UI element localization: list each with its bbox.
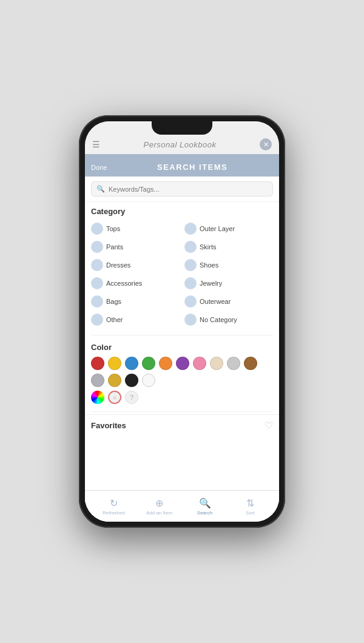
category-label-outerwear: Outerwear <box>200 298 231 305</box>
category-icon-shoes <box>184 259 197 271</box>
category-item-pants[interactable]: Pants <box>91 239 180 255</box>
color-grid <box>91 357 273 387</box>
nav-icon-sort: ⇅ <box>246 497 254 509</box>
phone-frame: ☰ Personal Lookbook ✕ CLOSET 829 All Ite… <box>79 115 285 528</box>
nav-label-add: Add an Item <box>146 510 172 516</box>
category-icon-outer-layer <box>184 223 197 235</box>
category-grid: TopsOuter LayerPantsSkirtsDressesShoesAc… <box>91 221 273 328</box>
category-icon-bags <box>91 295 103 308</box>
category-item-outer-layer[interactable]: Outer Layer <box>184 221 273 237</box>
special-colors: ○ ? <box>91 391 273 404</box>
hamburger-icon[interactable]: ☰ <box>92 140 100 149</box>
category-label-outer-layer: Outer Layer <box>200 225 235 232</box>
color-blue[interactable] <box>125 357 138 370</box>
close-button[interactable]: ✕ <box>260 138 272 150</box>
category-label-dresses: Dresses <box>106 261 130 269</box>
category-icon-no-category <box>184 314 197 326</box>
search-input-wrapper: 🔍 <box>91 181 273 197</box>
category-label-tops: Tops <box>106 225 120 232</box>
color-beige[interactable] <box>210 357 223 370</box>
color-gold[interactable] <box>108 374 121 387</box>
search-icon: 🔍 <box>96 185 105 193</box>
category-label-accessories: Accessories <box>106 280 142 287</box>
category-item-jewelry[interactable]: Jewelry <box>184 275 273 291</box>
nav-icon-add: ⊕ <box>155 497 163 509</box>
color-gray[interactable] <box>91 374 104 387</box>
category-icon-skirts <box>184 241 197 253</box>
search-input-container: 🔍 <box>85 177 279 202</box>
notch <box>152 121 212 135</box>
category-icon-dresses <box>91 259 103 271</box>
color-yellow[interactable] <box>108 357 121 370</box>
done-button[interactable]: Done <box>91 164 107 171</box>
favorites-section: Favorites ♡ <box>85 414 279 436</box>
color-orange[interactable] <box>159 357 172 370</box>
color-section: Color ○ ? <box>85 338 279 409</box>
color-pink[interactable] <box>193 357 206 370</box>
search-input[interactable] <box>109 186 268 193</box>
category-label-no-category: No Category <box>200 316 237 323</box>
color-purple[interactable] <box>176 357 189 370</box>
phone-screen: ☰ Personal Lookbook ✕ CLOSET 829 All Ite… <box>85 121 279 522</box>
nav-icon-refreshed: ↻ <box>110 497 118 509</box>
color-brown[interactable] <box>244 357 257 370</box>
category-icon-other <box>91 314 103 326</box>
bottom-nav: ↻Refreshed⊕Add an Item🔍Search⇅Sort <box>85 490 279 522</box>
category-item-no-category[interactable]: No Category <box>184 312 273 328</box>
category-item-dresses[interactable]: Dresses <box>91 257 180 273</box>
nav-label-search: Search <box>197 510 212 516</box>
nav-item-sort[interactable]: ⇅Sort <box>228 497 273 516</box>
nav-item-add[interactable]: ⊕Add an Item <box>136 497 182 516</box>
color-title: Color <box>91 343 273 352</box>
category-label-jewelry: Jewelry <box>200 280 222 287</box>
category-item-skirts[interactable]: Skirts <box>184 239 273 255</box>
favorites-title: Favorites <box>91 421 126 430</box>
nav-item-search[interactable]: 🔍Search <box>182 497 228 516</box>
pattern-color[interactable]: ○ <box>108 391 121 404</box>
category-item-other[interactable]: Other <box>91 312 180 328</box>
search-panel-header: Done SEARCH ITEMS <box>85 158 279 177</box>
category-item-accessories[interactable]: Accessories <box>91 275 180 291</box>
category-icon-pants <box>91 241 103 253</box>
category-label-bags: Bags <box>106 298 121 305</box>
category-item-outerwear[interactable]: Outerwear <box>184 294 273 309</box>
category-label-shoes: Shoes <box>200 261 218 269</box>
category-item-bags[interactable]: Bags <box>91 294 180 309</box>
nav-label-refreshed: Refreshed <box>103 510 125 516</box>
category-icon-tops <box>91 223 103 235</box>
category-icon-outerwear <box>184 295 197 308</box>
category-icon-jewelry <box>184 277 197 289</box>
color-green[interactable] <box>142 357 155 370</box>
app-title: Personal Lookbook <box>144 140 217 149</box>
color-light-gray[interactable] <box>227 357 240 370</box>
category-label-pants: Pants <box>106 243 123 251</box>
category-label-skirts: Skirts <box>200 243 217 251</box>
category-label-other: Other <box>106 316 123 323</box>
category-section: Category TopsOuter LayerPantsSkirtsDress… <box>85 202 279 332</box>
rainbow-color[interactable] <box>91 391 104 404</box>
category-title: Category <box>91 207 273 216</box>
search-panel: Done SEARCH ITEMS 🔍 Category TopsOuter L… <box>85 158 279 522</box>
unknown-color[interactable]: ? <box>125 391 138 404</box>
color-red[interactable] <box>91 357 104 370</box>
favorites-heart-icon[interactable]: ♡ <box>265 420 273 431</box>
divider-1 <box>91 335 273 335</box>
color-black[interactable] <box>125 374 138 387</box>
search-panel-title: SEARCH ITEMS <box>112 163 273 172</box>
category-item-tops[interactable]: Tops <box>91 221 180 237</box>
color-white[interactable] <box>142 374 155 387</box>
category-item-shoes[interactable]: Shoes <box>184 257 273 273</box>
nav-item-refreshed[interactable]: ↻Refreshed <box>91 497 136 516</box>
nav-icon-search: 🔍 <box>199 497 211 509</box>
divider-2 <box>91 411 273 412</box>
nav-label-sort: Sort <box>246 510 255 516</box>
category-icon-accessories <box>91 277 103 289</box>
